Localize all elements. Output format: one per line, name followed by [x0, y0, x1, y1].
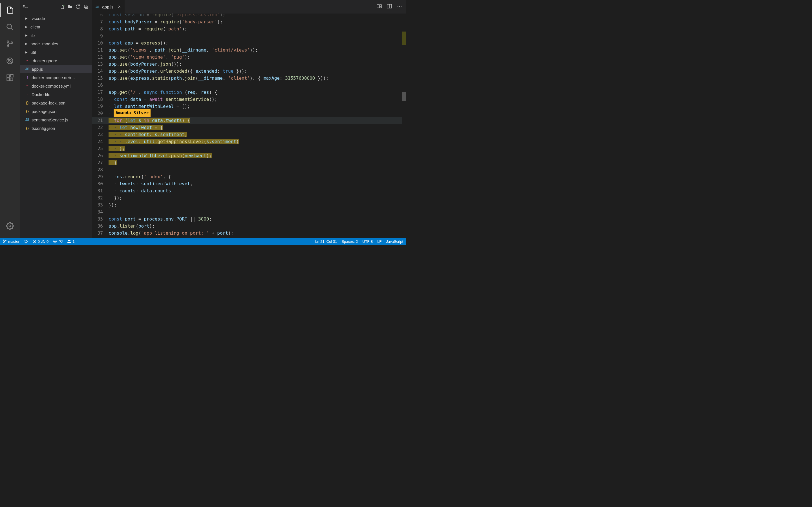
file-label: tsconfig.json — [32, 126, 55, 131]
svg-rect-15 — [85, 6, 88, 8]
svg-point-24 — [3, 240, 4, 240]
svg-rect-9 — [10, 78, 13, 80]
code-line[interactable]: 16 — [92, 82, 406, 89]
folder-item[interactable]: ▸node_modules — [20, 40, 92, 48]
git-branch[interactable]: master — [3, 239, 19, 244]
code-line[interactable]: 12app.set('view engine', 'pug'); — [92, 54, 406, 61]
file-type-icon: JS — [25, 118, 30, 122]
new-file-icon[interactable]: + — [59, 4, 65, 10]
code-line[interactable]: 29· res.render('index', { — [92, 173, 406, 180]
file-item[interactable]: ~.dockerignore — [20, 56, 92, 65]
file-item[interactable]: ~Dockerfile — [20, 90, 92, 99]
file-label: package-lock.json — [32, 101, 65, 105]
eol[interactable]: LF — [377, 239, 382, 244]
participants[interactable]: 1 — [67, 239, 74, 244]
close-icon[interactable]: × — [118, 4, 121, 9]
language-mode[interactable]: JavaScript — [386, 239, 403, 244]
code-line[interactable]: 6const session = require('express-sessio… — [92, 13, 406, 18]
code-line[interactable]: 34 — [92, 209, 406, 216]
code-line[interactable]: 9 — [92, 33, 406, 40]
code-line[interactable]: 36app.listen(port); — [92, 223, 406, 230]
code-line[interactable]: 15app.use(express.static(path.join(__dir… — [92, 75, 406, 82]
line-content: · let sentimentWithLevel = []; — [109, 103, 406, 110]
editor-body[interactable]: 6const session = require('express-sessio… — [92, 13, 406, 238]
folder-item[interactable]: ▸lib — [20, 31, 92, 40]
code-line[interactable]: 20· Amanda Silver — [92, 110, 406, 117]
code-line[interactable]: 37console.log("app listening on port: " … — [92, 230, 406, 237]
live-share[interactable]: PJ — [53, 239, 63, 244]
indentation[interactable]: Spaces: 2 — [342, 239, 358, 244]
collapse-all-icon[interactable] — [83, 4, 89, 10]
line-number: 6 — [92, 13, 109, 18]
file-item[interactable]: !docker-compose.deb… — [20, 73, 92, 82]
line-number: 26 — [92, 152, 109, 159]
code-line[interactable]: 18· const data = await sentimentService(… — [92, 96, 406, 103]
file-label: app.js — [32, 67, 43, 71]
line-number: 18 — [92, 96, 109, 103]
code-line[interactable]: 14app.use(bodyParser.urlencoded({ extend… — [92, 68, 406, 75]
code-line[interactable]: 31· · counts: data.counts — [92, 187, 406, 194]
line-number: 13 — [92, 61, 109, 68]
split-editor-icon[interactable] — [387, 4, 392, 10]
debug-icon[interactable] — [3, 54, 17, 68]
folder-item[interactable]: ▸client — [20, 22, 92, 31]
line-number: 15 — [92, 75, 109, 82]
settings-gear-icon[interactable] — [3, 219, 17, 233]
file-label: package.json — [32, 109, 56, 114]
more-actions-icon[interactable] — [397, 4, 402, 10]
line-number: 19 — [92, 103, 109, 110]
code-line[interactable]: 27· } — [92, 159, 406, 166]
code-line[interactable]: 28 — [92, 166, 406, 173]
problems-errors[interactable]: 0 0 — [33, 239, 49, 244]
code-line[interactable]: 25· · }; — [92, 145, 406, 152]
code-line[interactable]: 23· · · sentiment: s.sentiment, — [92, 131, 406, 138]
code-line[interactable]: 26· · sentimentWithLevel.push(newTweet); — [92, 152, 406, 159]
cursor-position[interactable]: Ln 21, Col 31 — [315, 239, 337, 244]
file-item[interactable]: JSapp.js — [20, 65, 92, 73]
file-item[interactable]: ~docker-compose.yml — [20, 82, 92, 90]
search-icon[interactable] — [3, 20, 17, 34]
code-line[interactable]: 19· let sentimentWithLevel = []; — [92, 103, 406, 110]
sync-icon[interactable] — [24, 239, 28, 243]
folder-item[interactable]: ▸util — [20, 48, 92, 56]
folder-item[interactable]: ▸.vscode — [20, 14, 92, 22]
line-content: app.set('view engine', 'pug'); — [109, 54, 406, 61]
code-line[interactable]: 11app.set('views', path.join(__dirname, … — [92, 47, 406, 54]
code-line[interactable]: 10const app = express(); — [92, 40, 406, 47]
line-content: · · tweets: sentimentWithLevel, — [109, 180, 406, 187]
line-content: · res.render('index', { — [109, 173, 406, 180]
code-line[interactable]: 21· for (let s in data.tweets) { — [92, 117, 406, 124]
compare-changes-icon[interactable] — [377, 4, 382, 10]
line-number: 37 — [92, 230, 109, 237]
svg-point-0 — [7, 24, 11, 29]
code-line[interactable]: 22· · let newTweet = { — [92, 124, 406, 131]
source-control-icon[interactable] — [3, 37, 17, 51]
code-line[interactable]: 17app.get('/', async function (req, res)… — [92, 89, 406, 96]
code-line[interactable]: 8const path = require('path'); — [92, 25, 406, 33]
file-item[interactable]: {}package-lock.json — [20, 99, 92, 107]
svg-point-11 — [9, 225, 11, 227]
code-line[interactable]: 32· }); — [92, 194, 406, 202]
tab-app-js[interactable]: JS app.js × — [92, 0, 125, 13]
code-line[interactable]: 24· · · level: util.getHappinessLevel(s.… — [92, 138, 406, 145]
refresh-icon[interactable] — [75, 4, 81, 10]
file-type-icon: ~ — [25, 84, 30, 88]
code-line[interactable]: 33}); — [92, 202, 406, 209]
file-item[interactable]: JSsentimentService.js — [20, 115, 92, 124]
file-item[interactable]: {}package.json — [20, 107, 92, 115]
explorer-icon[interactable] — [0, 3, 20, 17]
code-line[interactable]: 35const port = process.env.PORT || 3000; — [92, 216, 406, 223]
new-folder-icon[interactable]: + — [67, 4, 73, 10]
minimap[interactable] — [402, 13, 406, 238]
code-line[interactable]: 30· · tweets: sentimentWithLevel, — [92, 180, 406, 187]
line-number: 22 — [92, 124, 109, 131]
line-number: 8 — [92, 25, 109, 33]
line-number: 16 — [92, 82, 109, 89]
file-item[interactable]: {}tsconfig.json — [20, 124, 92, 132]
encoding[interactable]: UTF-8 — [362, 239, 373, 244]
code-line[interactable]: 13app.use(bodyParser.json()); — [92, 61, 406, 68]
svg-point-25 — [3, 242, 4, 243]
line-content: app.get('/', async function (req, res) { — [109, 89, 406, 96]
extensions-icon[interactable] — [3, 71, 17, 84]
code-line[interactable]: 7const bodyParser = require('body-parser… — [92, 18, 406, 25]
